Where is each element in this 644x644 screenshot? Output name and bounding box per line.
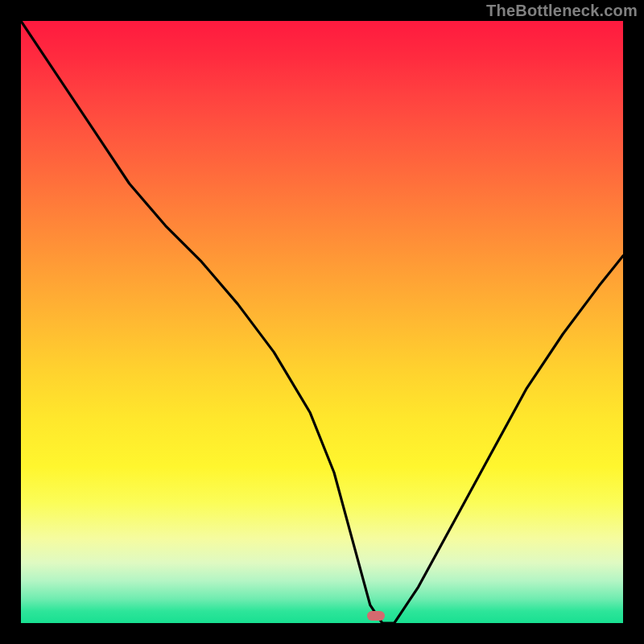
watermark-text: TheBottleneck.com bbox=[486, 2, 638, 20]
plot-area bbox=[21, 21, 623, 623]
bottleneck-curve bbox=[21, 21, 623, 623]
minimum-marker bbox=[367, 611, 385, 621]
chart-frame: TheBottleneck.com bbox=[0, 0, 644, 644]
